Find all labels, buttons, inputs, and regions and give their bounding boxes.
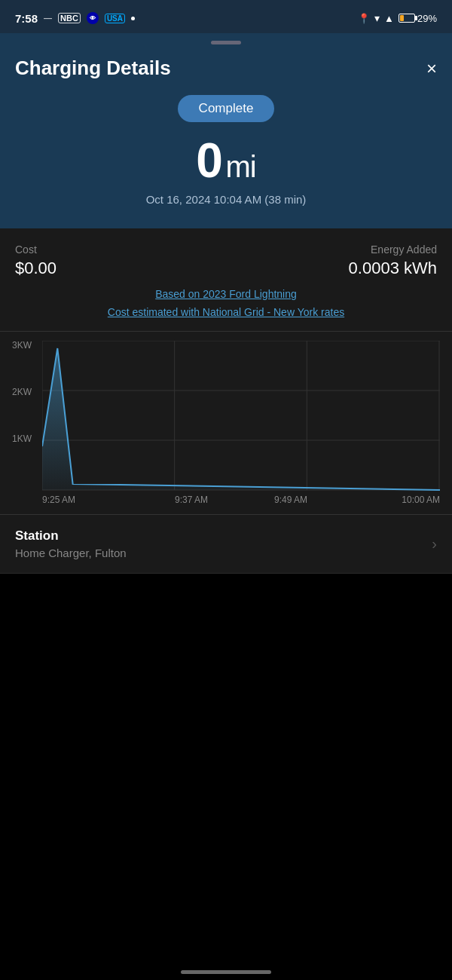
cbs-icon: 👁 (87, 12, 99, 24)
chart-wrapper: 3KW 2KW 1KW (12, 341, 440, 505)
miles-display: 0 mi (15, 133, 437, 188)
energy-label: Energy Added (349, 243, 437, 256)
page-title: Charging Details (15, 57, 171, 80)
miles-unit: mi (225, 150, 255, 183)
location-icon: 📍 (358, 13, 370, 24)
badge-container: Complete (15, 95, 437, 122)
status-right: 📍 ▾ ▲ 29% (358, 12, 437, 24)
vehicle-link-row: Based on 2023 Ford Lightning (15, 287, 437, 301)
nbc-icon: NBC (58, 13, 81, 23)
battery-icon (399, 14, 415, 23)
station-info: Station Home Charger, Fulton (15, 528, 127, 559)
y-label-1kw: 1KW (12, 434, 32, 443)
x-label-937: 9:37 AM (142, 495, 241, 505)
status-bar: 7:58 — NBC 👁 USA 📍 ▾ ▲ 29% (0, 0, 452, 33)
station-name: Home Charger, Fulton (15, 547, 127, 559)
x-label-949: 9:49 AM (241, 495, 341, 505)
vehicle-link[interactable]: Based on 2023 Ford Lightning (155, 288, 297, 300)
drag-handle[interactable] (0, 33, 452, 44)
cost-stat: Cost $0.00 (15, 243, 56, 278)
chart-section: 3KW 2KW 1KW (0, 332, 452, 515)
energy-stat: Energy Added 0.0003 kWh (349, 243, 437, 278)
header-section: Charging Details × Complete 0 mi Oct 16,… (0, 44, 452, 228)
bottom-area (0, 574, 452, 980)
battery-percent: 29% (417, 13, 437, 24)
home-indicator (181, 970, 271, 974)
chart-x-labels: 9:25 AM 9:37 AM 9:49 AM 10:00 AM (42, 495, 440, 505)
time-display: 7:58 (15, 12, 38, 25)
y-label-3kw: 3KW (12, 341, 32, 350)
x-label-1000: 10:00 AM (341, 495, 440, 505)
stats-section: Cost $0.00 Energy Added 0.0003 kWh Based… (0, 228, 452, 332)
status-badge: Complete (178, 95, 275, 122)
chevron-right-icon: › (432, 535, 437, 553)
chart-canvas (42, 341, 440, 492)
dot-icon (131, 17, 135, 20)
session-time: Oct 16, 2024 10:04 AM (38 min) (15, 193, 437, 206)
status-left: 7:58 — NBC 👁 USA (15, 12, 135, 25)
signal-icon: ▲ (384, 13, 394, 24)
cost-label: Cost (15, 243, 56, 256)
usatoday-icon: USA (105, 14, 125, 23)
station-label: Station (15, 528, 127, 544)
wifi-icon: ▾ (374, 12, 380, 24)
chart-y-labels: 3KW 2KW 1KW (12, 341, 32, 484)
cost-value: $0.00 (15, 259, 56, 278)
energy-value: 0.0003 kWh (349, 259, 437, 278)
chart-fill (42, 348, 440, 490)
close-button[interactable]: × (426, 60, 437, 78)
miles-value: 0 (196, 133, 222, 188)
chart-line (42, 348, 440, 490)
drag-handle-bar (211, 41, 241, 44)
stats-row: Cost $0.00 Energy Added 0.0003 kWh (15, 243, 437, 278)
battery-indicator: 29% (399, 13, 437, 24)
station-section[interactable]: Station Home Charger, Fulton › (0, 515, 452, 574)
x-label-925: 9:25 AM (42, 495, 142, 505)
y-label-2kw: 2KW (12, 387, 32, 397)
rates-link-row: Cost estimated with National Grid - New … (15, 305, 437, 319)
dash-icon: — (44, 14, 52, 23)
chart-svg (42, 341, 440, 492)
header-top: Charging Details × (15, 57, 437, 80)
battery-fill (400, 15, 404, 21)
rates-link[interactable]: Cost estimated with National Grid - New … (108, 306, 344, 318)
